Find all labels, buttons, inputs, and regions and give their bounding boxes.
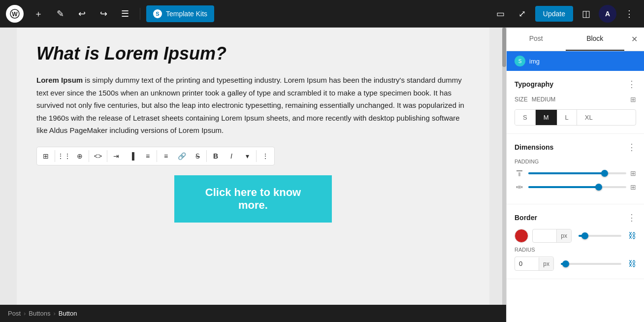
sidebar-toggle-button[interactable]: ◫: [577, 5, 595, 23]
astra-button[interactable]: A: [599, 5, 616, 23]
toolbar-sep-4: [157, 150, 157, 162]
tab-block[interactable]: Block: [566, 28, 625, 51]
justify-left-button[interactable]: ≡: [158, 148, 174, 164]
left-align-button[interactable]: ▐: [124, 148, 140, 164]
more-options-inline-button[interactable]: ⋮: [258, 148, 273, 164]
canvas-content: What is Lorem Ipsum? Lorem Ipsum is simp…: [17, 28, 489, 305]
paragraph-rest: is simply dummy text of the printing and…: [36, 76, 464, 134]
slider-fill-2: [528, 186, 599, 188]
breadcrumb-sep-2: ›: [53, 310, 55, 317]
typography-menu-icon[interactable]: ⋮: [627, 79, 636, 90]
border-section-header: Border ⋮: [515, 212, 636, 223]
template-kits-icon: S: [153, 9, 162, 18]
size-s-button[interactable]: S: [515, 110, 536, 125]
border-slider-thumb[interactable]: [581, 232, 588, 239]
panel-tabs: Post Block ✕: [507, 28, 644, 51]
external-link-button[interactable]: ⤢: [514, 5, 531, 23]
radius-link-icon[interactable]: ⛓: [628, 259, 636, 268]
padding-slider-1[interactable]: [528, 172, 626, 174]
toolbar-right: ▭ ⤢ Update ◫ A ⋮: [492, 5, 638, 23]
drag-button[interactable]: ⋮⋮: [56, 148, 72, 164]
border-px-unit: px: [556, 229, 571, 242]
size-m-button[interactable]: M: [536, 110, 557, 125]
toolbar-sep-3: [107, 150, 107, 162]
border-slider[interactable]: [579, 235, 621, 237]
border-link-icon[interactable]: ⛓: [628, 231, 636, 240]
dimensions-menu-icon[interactable]: ⋮: [627, 142, 636, 153]
add-block-button[interactable]: ＋: [30, 5, 47, 23]
size-value: MEDIUM: [532, 96, 556, 103]
radius-row: 0 px ⛓: [515, 257, 636, 271]
italic-button[interactable]: I: [224, 148, 239, 164]
slider-2-adjust-icon[interactable]: ⊞: [630, 183, 636, 191]
redo-button[interactable]: ↪: [95, 5, 112, 23]
template-kits-label: Template Kits: [166, 10, 207, 18]
scrollbar[interactable]: [502, 28, 506, 305]
size-buttons: S M L XL: [515, 109, 636, 126]
size-l-button[interactable]: L: [557, 110, 577, 125]
editor-canvas[interactable]: What is Lorem Ipsum? Lorem Ipsum is simp…: [0, 28, 506, 305]
strip-icon: S: [515, 56, 525, 66]
center-align-button[interactable]: ≡: [140, 148, 156, 164]
inline-toolbar: ⊞ ⋮⋮ ⊕ <> ⇥ ▐ ≡ ≡ 🔗 S̶ B I: [36, 147, 275, 165]
move-button[interactable]: ⊕: [72, 148, 88, 164]
desktop-view-button[interactable]: ▭: [492, 5, 510, 23]
breadcrumb-sep-1: ›: [24, 310, 26, 317]
tools-button[interactable]: ✎: [51, 5, 69, 23]
update-button[interactable]: Update: [535, 6, 573, 22]
border-px-input[interactable]: px: [532, 229, 572, 243]
more-options-button[interactable]: ⋮: [620, 5, 638, 23]
slider-1-adjust-icon[interactable]: ⊞: [630, 169, 636, 177]
dimensions-title: Dimensions: [515, 143, 553, 151]
indent-button[interactable]: ⇥: [108, 148, 124, 164]
slider-container-2: ⊞: [528, 183, 636, 191]
svg-rect-3: [518, 172, 520, 176]
cta-button[interactable]: Click here to know more.: [174, 175, 332, 223]
border-menu-icon[interactable]: ⋮: [627, 212, 636, 223]
size-row: SIZE MEDIUM ⊞: [515, 96, 636, 103]
svg-rect-6: [518, 186, 521, 189]
block-type-button[interactable]: ⊞: [38, 148, 54, 164]
bold-button[interactable]: B: [208, 148, 224, 164]
size-label: SIZE: [515, 96, 528, 103]
svg-rect-4: [516, 186, 517, 188]
undo-button[interactable]: ↩: [73, 5, 91, 23]
border-color-swatch[interactable]: [515, 229, 528, 243]
code-button[interactable]: <>: [90, 148, 106, 164]
breadcrumb-buttons[interactable]: Buttons: [29, 310, 50, 317]
typography-title: Typography: [515, 80, 553, 88]
radius-px-input[interactable]: 0 px: [515, 257, 554, 271]
padding-row-1: ⊞: [515, 168, 636, 178]
typography-section: Typography ⋮ SIZE MEDIUM ⊞ S M L XL: [507, 71, 644, 134]
svg-rect-5: [521, 186, 522, 188]
strikethrough-button[interactable]: S̶: [190, 148, 205, 164]
list-view-button[interactable]: ☰: [116, 5, 134, 23]
border-title: Border: [515, 214, 537, 222]
padding-side-icon: [515, 182, 524, 192]
template-kits-button[interactable]: S Template Kits: [146, 5, 214, 22]
radius-slider[interactable]: [561, 263, 621, 265]
border-px-value: [533, 233, 556, 239]
slider-thumb-1[interactable]: [601, 170, 608, 177]
typography-section-header: Typography ⋮: [515, 79, 636, 90]
radius-slider-thumb[interactable]: [562, 260, 569, 267]
size-xl-button[interactable]: XL: [577, 110, 601, 125]
more-rich-text-button[interactable]: ▾: [239, 148, 255, 164]
svg-rect-2: [516, 170, 522, 171]
tab-post[interactable]: Post: [507, 28, 566, 51]
breadcrumb-post[interactable]: Post: [8, 310, 21, 317]
page-paragraph: Lorem Ipsum is simply dummy text of the …: [36, 74, 470, 137]
breadcrumb: Post › Buttons › Button: [0, 305, 506, 322]
breadcrumb-button[interactable]: Button: [59, 310, 77, 317]
wp-logo[interactable]: W: [6, 5, 24, 23]
toolbar-sep-1: [55, 150, 55, 162]
size-adjust-icon[interactable]: ⊞: [630, 96, 636, 103]
dimensions-section-header: Dimensions ⋮: [515, 142, 636, 153]
padding-slider-2[interactable]: [528, 186, 626, 188]
strip-label: img: [529, 58, 540, 65]
toolbar-sep-5: [206, 150, 207, 162]
link-button[interactable]: 🔗: [174, 148, 190, 164]
slider-thumb-2[interactable]: [595, 184, 602, 191]
panel-close-button[interactable]: ✕: [624, 28, 644, 51]
scrollbar-thumb[interactable]: [502, 28, 506, 67]
